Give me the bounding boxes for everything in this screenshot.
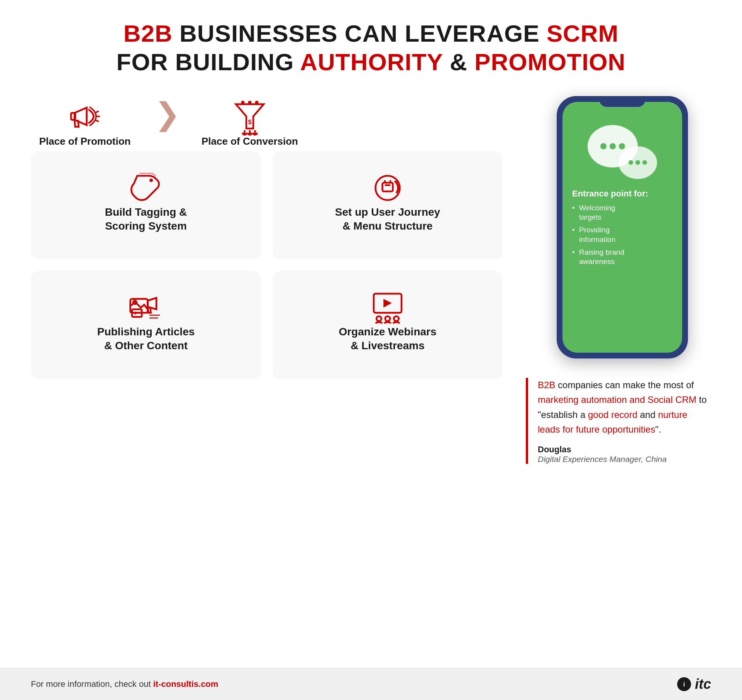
entrance-text: Entrance point for: Welcoming targets Pr… — [572, 189, 673, 270]
cards-bottom-row: Publishing Articles & Other Content — [31, 271, 503, 379]
bubble-dot-sm-3 — [642, 160, 647, 165]
main-content: B2B BUSINESSES CAN LEVERAGE SCRM FOR BUI… — [0, 0, 742, 668]
svg-point-26 — [385, 316, 390, 321]
svg-text:$: $ — [248, 118, 251, 125]
quote-text: B2B companies can make the most of marke… — [538, 378, 711, 437]
webinar-icon — [370, 290, 405, 325]
svg-point-27 — [394, 316, 399, 321]
card-journey-label: Set up User Journey & Menu Structure — [335, 205, 440, 233]
title-authority: AUTHORITY — [300, 49, 443, 75]
phone-and-quote: Entrance point for: Welcoming targets Pr… — [526, 96, 711, 464]
entrance-item-2: Providing information — [572, 225, 673, 244]
bubble-dots-sm — [628, 160, 647, 165]
title-promotion: PROMOTION — [474, 49, 625, 75]
svg-rect-0 — [71, 113, 75, 120]
itc-logo-icon: i — [676, 676, 692, 692]
footer: For more information, check out it-consu… — [0, 668, 742, 700]
quote-author-title: Digital Experiences Manager, China — [538, 455, 711, 464]
svg-point-12 — [376, 176, 400, 200]
phone-notch — [599, 96, 645, 107]
conversion-section: $ Place of Conversion — [196, 101, 304, 147]
quote-author: Douglas — [538, 445, 711, 455]
title-for-building: FOR BUILDING — [117, 49, 300, 75]
title-line1: B2B BUSINESSES CAN LEVERAGE SCRM — [31, 19, 711, 48]
card-webinars: Organize Webinars & Livestreams — [273, 271, 503, 379]
card-tagging-label: Build Tagging & Scoring System — [105, 205, 187, 233]
promo-section: Place of Promotion — [31, 101, 139, 147]
svg-line-3 — [95, 120, 99, 122]
journey-icon — [370, 171, 405, 205]
footer-logo: i itc — [676, 676, 711, 692]
svg-line-1 — [95, 111, 99, 113]
footer-link[interactable]: it-consultis.com — [153, 679, 219, 689]
entrance-item-3: Raising brand awareness — [572, 248, 673, 267]
card-webinars-label: Organize Webinars & Livestreams — [339, 325, 436, 353]
tag-icon — [129, 171, 163, 205]
wechat-icon-area — [572, 125, 673, 179]
bubble-dot-1 — [600, 143, 606, 149]
title-scrm: SCRM — [547, 20, 619, 47]
svg-point-4 — [241, 101, 245, 104]
footer-text: For more information, check out it-consu… — [31, 679, 218, 689]
entrance-list: Welcoming targets Providing information … — [572, 203, 673, 267]
chevron-right-icon: ❯ — [154, 96, 180, 132]
svg-point-5 — [248, 101, 252, 104]
bubble-dot-3 — [619, 143, 625, 149]
svg-rect-13 — [383, 183, 393, 191]
svg-text:i: i — [683, 681, 685, 688]
svg-point-11 — [149, 178, 153, 182]
bubble-dots — [600, 143, 625, 149]
card-tagging: Build Tagging & Scoring System — [31, 151, 261, 259]
title-b2b: B2B — [124, 20, 173, 47]
entrance-item-1: Welcoming targets — [572, 203, 673, 222]
title-section: B2B BUSINESSES CAN LEVERAGE SCRM FOR BUI… — [31, 19, 711, 77]
svg-marker-24 — [383, 299, 392, 308]
card-articles-label: Publishing Articles & Other Content — [97, 325, 195, 353]
svg-point-25 — [376, 316, 381, 321]
bubble-dot-2 — [610, 143, 616, 149]
top-icons-row: Place of Promotion ❯ $ — [31, 96, 503, 147]
promo-label: Place of Promotion — [39, 135, 131, 147]
megaphone-icon — [68, 101, 102, 135]
quote-highlight-1: marketing automation and Social CRM — [538, 394, 696, 405]
conversion-label: Place of Conversion — [202, 135, 298, 147]
phone-screen: Entrance point for: Welcoming targets Pr… — [562, 102, 682, 353]
footer-logo-text: itc — [695, 676, 711, 692]
wechat-bubbles — [588, 125, 657, 179]
sections-wrapper: Place of Promotion ❯ $ — [31, 96, 711, 464]
quote-text-4: ". — [655, 424, 661, 435]
title-line2: FOR BUILDING AUTHORITY & PROMOTION — [31, 48, 711, 76]
conversion-icon: $ — [232, 101, 267, 135]
bubble-secondary — [618, 146, 657, 179]
quote-highlight-2: good record — [588, 409, 637, 420]
svg-point-6 — [255, 101, 259, 104]
quote-b2b: B2B — [538, 380, 555, 390]
left-content: Place of Promotion ❯ $ — [31, 96, 503, 379]
phone-mockup: Entrance point for: Welcoming targets Pr… — [557, 96, 688, 358]
title-middle: BUSINESSES CAN LEVERAGE — [173, 20, 547, 47]
bubble-dot-sm-2 — [635, 160, 640, 165]
card-articles: Publishing Articles & Other Content — [31, 271, 261, 379]
quote-box: B2B companies can make the most of marke… — [526, 378, 711, 464]
bubble-dot-sm-1 — [628, 160, 633, 165]
cards-top-row: Build Tagging & Scoring System — [31, 151, 503, 259]
card-user-journey: Set up User Journey & Menu Structure — [273, 151, 503, 259]
quote-text-1: companies can make the most of — [555, 380, 694, 390]
quote-text-3: and — [637, 409, 658, 420]
phone-section: Entrance point for: Welcoming targets Pr… — [557, 96, 688, 358]
title-and: & — [443, 49, 474, 75]
entrance-title: Entrance point for: — [572, 189, 673, 199]
articles-icon — [129, 290, 163, 325]
